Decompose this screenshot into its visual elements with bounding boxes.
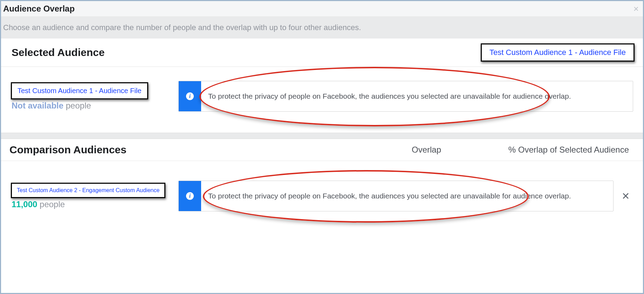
- comparison-audience-label-col: Test Custom Audience 2 - Engagement Cust…: [11, 183, 162, 209]
- comparison-audience-people-count: 11,000: [12, 200, 37, 209]
- comparison-title: Comparison Audiences: [9, 144, 412, 156]
- comparison-privacy-callout: i To protect the privacy of people on Fa…: [178, 181, 614, 211]
- comparison-audiences-section: Comparison Audiences Overlap % Overlap o…: [1, 139, 643, 239]
- comparison-audience-people-line: 11,000 people: [12, 200, 65, 209]
- info-icon: i: [186, 92, 194, 100]
- dialog-title: Audience Overlap: [3, 4, 75, 14]
- selected-audience-people-word: people: [66, 101, 91, 110]
- comparison-row: Test Custom Audience 2 - Engagement Cust…: [1, 161, 643, 239]
- section-divider: [1, 133, 643, 139]
- selected-audience-title: Selected Audience: [12, 47, 105, 58]
- comparison-audience-people-word: people: [40, 200, 65, 209]
- selected-privacy-message: To protect the privacy of people on Face…: [201, 81, 578, 111]
- info-icon-bar: i: [179, 181, 201, 211]
- comparison-privacy-message: To protect the privacy of people on Face…: [201, 181, 578, 211]
- close-icon: ✕: [622, 190, 630, 202]
- comparison-audience-name-link[interactable]: Test Custom Audience 2 - Engagement Cust…: [11, 183, 165, 198]
- dialog-description: Choose an audience and compare the numbe…: [3, 23, 641, 32]
- selected-audience-body: Test Custom Audience 1 - Audience File N…: [1, 67, 643, 133]
- selected-audience-section: Selected Audience Test Custom Audience 1…: [1, 38, 643, 133]
- info-icon-bar: i: [179, 81, 201, 111]
- dialog-header: Audience Overlap ×: [1, 1, 643, 17]
- dialog-description-banner: Choose an audience and compare the numbe…: [1, 17, 643, 38]
- selected-audience-name-link[interactable]: Test Custom Audience 1 - Audience File: [11, 82, 148, 99]
- selected-privacy-callout: i To protect the privacy of people on Fa…: [178, 81, 633, 112]
- comparison-col-pct: % Overlap of Selected Audience: [482, 145, 629, 155]
- selected-privacy-callout-wrap: i To protect the privacy of people on Fa…: [178, 81, 633, 112]
- comparison-header: Comparison Audiences Overlap % Overlap o…: [1, 139, 643, 161]
- selected-audience-top-link[interactable]: Test Custom Audience 1 - Audience File: [481, 43, 635, 62]
- selected-audience-label-col: Test Custom Audience 1 - Audience File N…: [11, 82, 162, 111]
- selected-audience-header: Selected Audience Test Custom Audience 1…: [1, 38, 643, 67]
- audience-overlap-dialog: Audience Overlap × Choose an audience an…: [0, 0, 644, 294]
- comparison-col-overlap: Overlap: [412, 145, 482, 155]
- info-icon: i: [186, 192, 194, 200]
- selected-audience-people-line: Not available people: [12, 101, 91, 111]
- selected-audience-people-count: Not available: [12, 101, 63, 110]
- remove-comparison-button[interactable]: ✕: [618, 190, 633, 202]
- comparison-privacy-callout-wrap: i To protect the privacy of people on Fa…: [178, 181, 633, 211]
- close-icon[interactable]: ×: [633, 4, 639, 13]
